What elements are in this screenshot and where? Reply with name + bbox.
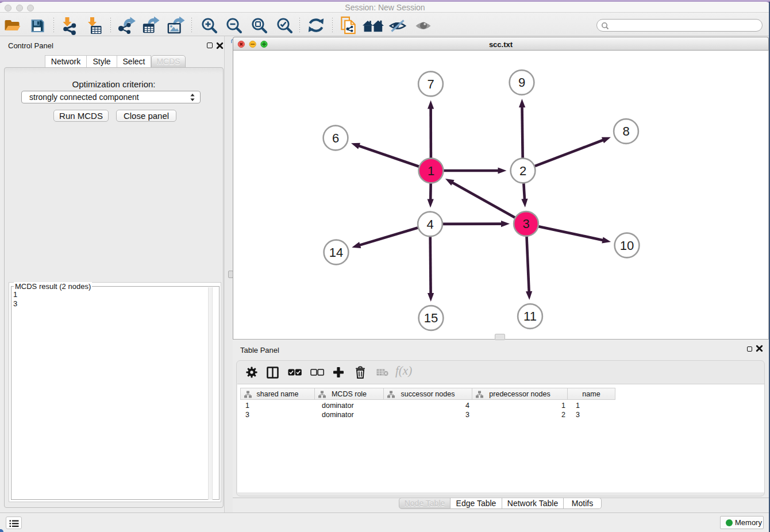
svg-text:9: 9 (518, 75, 525, 90)
svg-text:10: 10 (620, 238, 634, 253)
svg-text:14: 14 (329, 245, 343, 260)
svg-text:15: 15 (424, 311, 438, 325)
svg-text:6: 6 (332, 131, 339, 145)
svg-text:7: 7 (427, 77, 434, 91)
svg-text:1: 1 (428, 164, 434, 178)
svg-text:2: 2 (519, 164, 526, 178)
svg-text:8: 8 (622, 124, 629, 138)
svg-text:3: 3 (522, 217, 529, 231)
svg-text:4: 4 (426, 217, 433, 232)
svg-text:11: 11 (523, 309, 537, 323)
